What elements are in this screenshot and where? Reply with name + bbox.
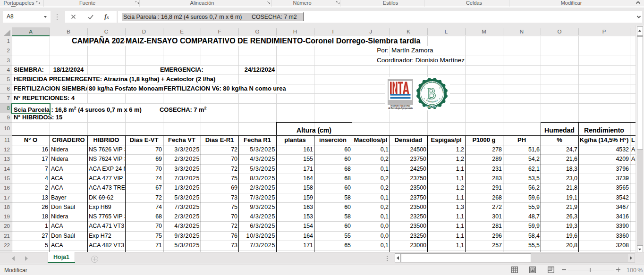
svg-text:BALCARCE: BALCARCE	[425, 105, 439, 108]
svg-text:de Tecnología Agropecuaria: de Tecnología Agropecuaria	[388, 107, 413, 109]
